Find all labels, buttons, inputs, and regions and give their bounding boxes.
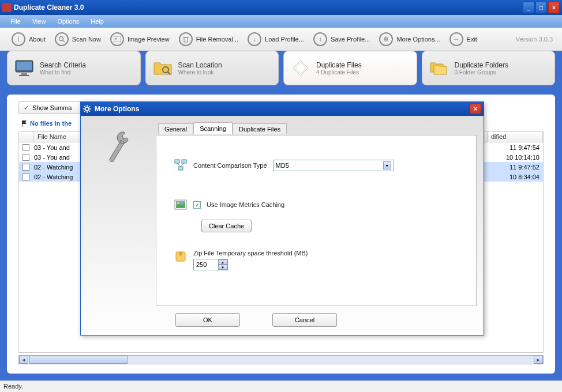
upload-icon: ↑: [313, 32, 327, 46]
app-title: Duplicate Cleaner 3.0: [14, 3, 523, 12]
scan-now-button[interactable]: Scan Now: [50, 30, 106, 48]
chevron-down-icon: ▼: [383, 161, 391, 169]
image-icon: [110, 32, 124, 46]
svg-rect-12: [22, 120, 23, 127]
status-bar: Ready.: [0, 380, 562, 392]
tab-search-criteria[interactable]: Search CriteriaWhat to find: [7, 51, 141, 85]
row-checkbox[interactable]: [23, 144, 29, 151]
svg-rect-32: [179, 254, 182, 255]
tab-scanning[interactable]: Scanning: [193, 122, 233, 134]
folders-icon: [428, 57, 450, 79]
col-modified[interactable]: dified: [488, 132, 543, 142]
title-bar: Duplicate Cleaner 3.0 _ □ ×: [0, 0, 562, 15]
compare-icon: [174, 159, 188, 172]
tab-scan-location[interactable]: Scan LocationWhere to look: [145, 51, 279, 85]
cancel-button[interactable]: Cancel: [272, 313, 337, 327]
tab-duplicate-files[interactable]: Duplicate Files: [233, 123, 287, 134]
file-removal-button[interactable]: File Removal...: [174, 30, 243, 48]
spinner-up[interactable]: ▲: [218, 259, 227, 265]
image-preview-button[interactable]: Image Preview: [106, 30, 174, 48]
svg-line-18: [84, 106, 85, 107]
zip-threshold-spinner[interactable]: 250 ▲ ▼: [193, 259, 228, 270]
exit-icon: →: [449, 32, 463, 46]
svg-line-25: [177, 163, 181, 167]
gear-icon: ✻: [379, 32, 393, 46]
close-button[interactable]: ×: [548, 2, 560, 13]
version-label: Version 3.0.3: [516, 36, 553, 43]
zip-threshold-label: Zip File Temporary space threshold (MB): [193, 250, 308, 257]
row-checkbox[interactable]: [23, 154, 29, 161]
menu-bar: File View Options Help: [0, 15, 562, 28]
exit-button[interactable]: →Exit: [445, 30, 482, 48]
zip-icon: [174, 250, 188, 263]
dialog-title: More Options: [95, 105, 139, 113]
scroll-thumb[interactable]: [29, 356, 128, 364]
svg-rect-24: [178, 167, 183, 170]
svg-rect-31: [179, 252, 182, 254]
tab-duplicate-folders[interactable]: Duplicate Folders0 Folder Groups: [422, 51, 556, 85]
picture-icon: [174, 198, 188, 212]
maximize-button[interactable]: □: [535, 2, 547, 13]
status-text: Ready.: [3, 383, 23, 390]
info-icon: i: [12, 32, 25, 46]
flag-icon: [21, 120, 28, 127]
image-cache-checkbox[interactable]: ✓: [193, 201, 201, 209]
save-profile-button[interactable]: ↑Save Profile...: [309, 30, 374, 48]
svg-rect-4: [184, 37, 188, 42]
content-compare-label: Content Comparison Type: [193, 162, 267, 169]
image-cache-label: Use Image Metrics Caching: [207, 201, 284, 208]
menu-help[interactable]: Help: [85, 16, 110, 27]
menu-options[interactable]: Options: [51, 16, 85, 27]
app-icon: [2, 3, 12, 12]
more-options-button[interactable]: ✻More Options...: [374, 30, 444, 48]
svg-rect-8: [21, 73, 27, 75]
minimize-button[interactable]: _: [523, 2, 534, 13]
svg-line-19: [89, 111, 90, 112]
svg-line-20: [84, 111, 85, 112]
search-icon: [55, 32, 69, 46]
dialog-close-button[interactable]: ×: [470, 104, 481, 114]
row-checkbox[interactable]: [23, 174, 29, 180]
no-files-label: No files in the: [21, 120, 72, 127]
content-compare-dropdown[interactable]: MD5 ▼: [273, 160, 394, 171]
svg-point-3: [115, 37, 117, 39]
download-icon: ↓: [248, 32, 261, 46]
svg-point-13: [85, 107, 89, 111]
row-checkbox[interactable]: [23, 164, 29, 171]
load-profile-button[interactable]: ↓Load Profile...: [243, 30, 309, 48]
scroll-left-arrow[interactable]: ◄: [19, 356, 28, 364]
trash-icon: [179, 32, 193, 46]
spinner-down[interactable]: ▼: [218, 265, 227, 270]
file-modified-cell: 11 9:47:52: [509, 164, 539, 171]
file-modified-cell: 10 10:14:10: [506, 154, 539, 161]
gear-icon: [83, 105, 91, 113]
scroll-right-arrow[interactable]: ►: [534, 356, 543, 364]
ok-button[interactable]: OK: [175, 313, 240, 327]
horizontal-scrollbar[interactable]: ◄ ►: [18, 355, 544, 364]
clear-cache-button[interactable]: Clear Cache: [201, 220, 252, 232]
svg-rect-7: [17, 62, 32, 70]
svg-rect-23: [182, 160, 186, 163]
wrench-icon: [104, 127, 133, 168]
tab-duplicate-files[interactable]: Duplicate Files4 Duplicate Files: [283, 51, 417, 85]
toolbar: iAbout Scan Now Image Preview File Remov…: [0, 28, 562, 51]
dialog-titlebar: More Options ×: [81, 102, 484, 116]
file-modified-cell: 11 9:47:54: [509, 144, 539, 151]
folder-search-icon: [152, 57, 174, 79]
dialog-tab-headers: General Scanning Duplicate Files: [158, 123, 479, 134]
tab-general[interactable]: General: [158, 123, 193, 134]
duplicate-files-icon: [290, 57, 312, 79]
more-options-dialog: More Options × General Scanning Duplicat…: [80, 101, 484, 336]
svg-line-26: [181, 163, 184, 167]
menu-view[interactable]: View: [27, 16, 52, 27]
svg-line-21: [89, 106, 90, 107]
file-modified-cell: 10 8:34:04: [509, 174, 539, 180]
svg-rect-9: [19, 75, 29, 76]
section-tabs: Search CriteriaWhat to find Scan Locatio…: [7, 51, 555, 85]
check-icon: ✓: [24, 104, 29, 112]
svg-rect-22: [175, 160, 179, 163]
about-button[interactable]: iAbout: [7, 30, 50, 48]
menu-file[interactable]: File: [5, 16, 27, 27]
monitor-icon: [13, 57, 35, 79]
svg-point-29: [177, 202, 179, 204]
